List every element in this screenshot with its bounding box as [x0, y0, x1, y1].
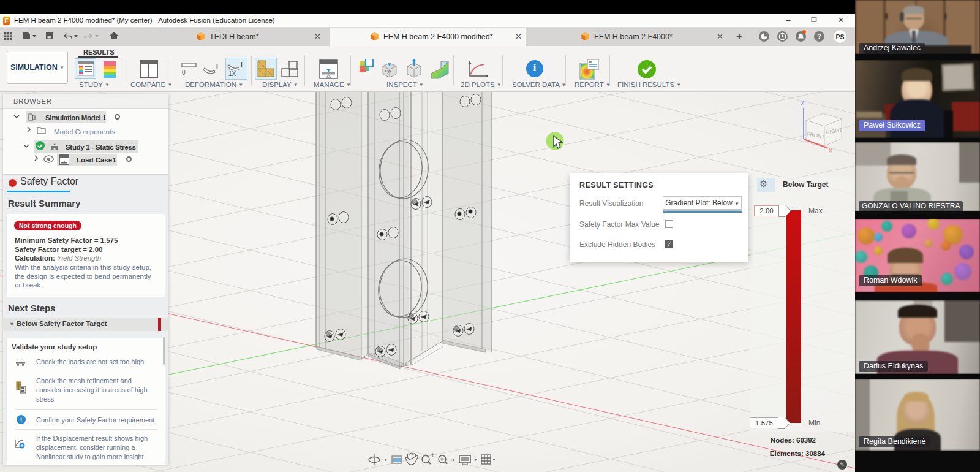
svg-text:I: I: [241, 61, 243, 68]
svg-text:1X: 1X: [228, 70, 236, 77]
svg-text:I: I: [216, 63, 218, 70]
svg-text:X: X: [828, 147, 833, 155]
svg-text:0: 0: [182, 69, 186, 76]
svg-text:xyz: xyz: [385, 68, 392, 74]
svg-text:Z: Z: [801, 99, 805, 107]
